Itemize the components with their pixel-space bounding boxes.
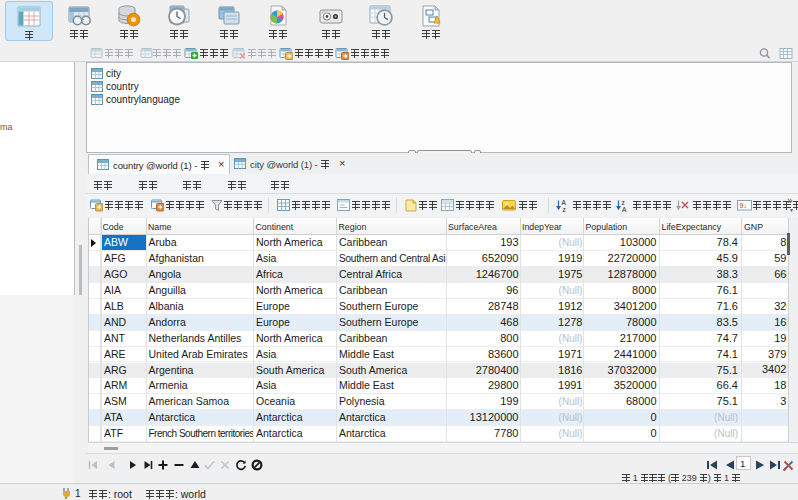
svg-text:9↓: 9↓ [740, 202, 747, 209]
svg-text:A: A [622, 206, 627, 213]
svg-text:z: z [563, 206, 566, 213]
